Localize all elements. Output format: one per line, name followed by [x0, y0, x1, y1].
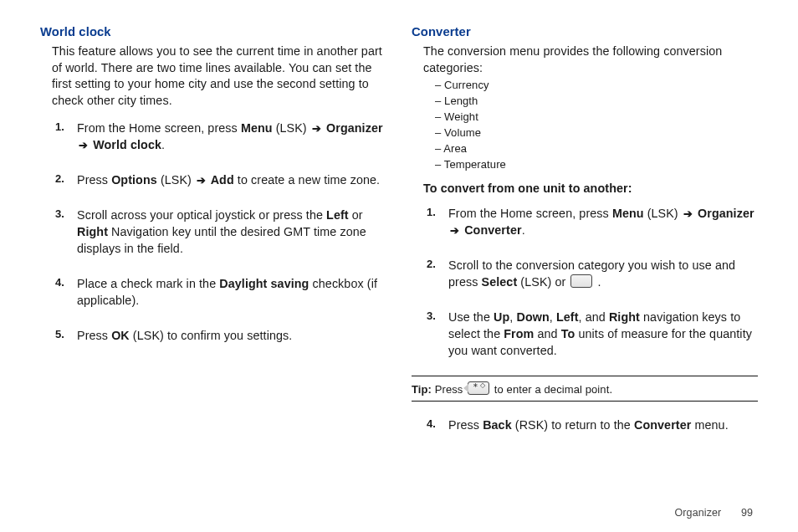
arrow-icon: ➔	[310, 123, 323, 134]
text: Press	[77, 173, 111, 187]
text: , and	[579, 310, 609, 324]
category-label: Temperature	[444, 158, 506, 171]
category-label: Length	[444, 95, 478, 107]
converter-steps: From the Home screen, press Menu (LSK) ➔…	[412, 203, 758, 364]
text: From the Home screen, press	[448, 207, 612, 220]
list-item: – Currency	[435, 78, 758, 94]
right-key-label: Right	[609, 310, 640, 324]
list-item: – Area	[435, 141, 758, 157]
text: Use the	[448, 310, 494, 324]
tip-box: Tip: Press to enter a decimal point.	[412, 376, 758, 402]
page-footer: Organizer 99	[675, 507, 753, 519]
text: (LSK)	[273, 121, 310, 135]
from-label: From	[504, 327, 534, 340]
text: Scroll across your optical joystick or p…	[77, 208, 326, 222]
center-key-icon	[570, 274, 592, 288]
left-key-label: Left	[326, 208, 349, 222]
footer-section: Organizer	[675, 507, 722, 519]
text: to enter a decimal point.	[491, 383, 612, 396]
text: Press	[448, 418, 483, 432]
converter-label: Converter	[634, 418, 691, 432]
text: Place a check mark in the	[77, 277, 219, 290]
step-4: Place a check mark in the Daylight savin…	[77, 274, 386, 314]
select-label: Select	[482, 275, 518, 289]
daylight-saving-label: Daylight saving	[219, 277, 309, 290]
text: (LSK) to confirm you settings.	[130, 329, 293, 342]
conversion-categories: – Currency – Length – Weight – Volume – …	[412, 78, 758, 172]
world-clock-intro: This feature allows you to see the curre…	[40, 43, 386, 110]
up-key-label: Up	[494, 310, 509, 324]
column-left: World clock This feature allows you to s…	[40, 25, 386, 450]
list-item: – Temperature	[435, 157, 758, 173]
right-key-label: Right	[77, 225, 108, 238]
text: Navigation key until the desired GMT tim…	[77, 225, 366, 255]
step-3: Use the Up, Down, Left, and Right naviga…	[448, 307, 758, 364]
tip-label: Tip:	[412, 383, 432, 396]
to-label: To	[561, 327, 575, 340]
step-4: Press Back (RSK) to return to the Conver…	[448, 415, 758, 438]
down-key-label: Down	[516, 310, 549, 324]
text: (LSK) or	[517, 275, 569, 289]
category-label: Weight	[444, 110, 478, 123]
column-right: Converter The conversion menu provides t…	[412, 25, 758, 450]
left-key-label: Left	[556, 310, 579, 324]
step-1: From the Home screen, press Menu (LSK) ➔…	[448, 203, 758, 243]
menu-label: Menu	[612, 207, 644, 220]
text: Press	[77, 329, 111, 342]
category-label: Currency	[444, 79, 489, 91]
text: (LSK)	[644, 207, 682, 220]
star-key-icon	[468, 381, 489, 395]
step-5: Press OK (LSK) to confirm you settings.	[77, 325, 386, 349]
category-label: Area	[443, 142, 467, 155]
step-2: Press Options (LSK) ➔ Add to create a ne…	[77, 170, 386, 193]
step-3: Scroll across your optical joystick or p…	[77, 205, 386, 262]
list-item: – Volume	[435, 125, 758, 141]
organizer-label: Organizer	[323, 121, 383, 135]
text: (LSK)	[157, 173, 195, 187]
arrow-icon: ➔	[195, 175, 207, 186]
world-clock-label: World clock	[90, 138, 161, 151]
sub-heading-convert: To convert from one unit to another:	[412, 182, 758, 195]
text: .	[594, 275, 601, 289]
ok-label: OK	[111, 329, 130, 342]
heading-converter: Converter	[412, 25, 758, 38]
step-2: Scroll to the conversion category you wi…	[448, 255, 758, 295]
converter-intro: The conversion menu provides the followi…	[412, 43, 758, 76]
text: or	[349, 208, 363, 222]
add-label: Add	[207, 173, 234, 187]
page-number: 99	[741, 507, 753, 519]
menu-label: Menu	[241, 121, 273, 135]
text: ,	[550, 310, 556, 324]
heading-world-clock: World clock	[40, 25, 386, 38]
list-item: – Weight	[435, 110, 758, 125]
converter-label: Converter	[461, 223, 522, 237]
text: From the Home screen, press	[77, 121, 241, 135]
list-item: – Length	[435, 94, 758, 110]
world-clock-steps: From the Home screen, press Menu (LSK) ➔…	[40, 118, 386, 349]
text: menu.	[691, 418, 728, 432]
text: .	[522, 223, 525, 237]
converter-steps-cont: Press Back (RSK) to return to the Conver…	[412, 415, 758, 438]
options-label: Options	[111, 173, 157, 187]
arrow-icon: ➔	[448, 225, 461, 236]
text: (RSK) to return to the	[512, 418, 634, 432]
text: Press	[432, 383, 466, 396]
text: and	[534, 327, 560, 340]
back-label: Back	[483, 418, 512, 432]
category-label: Volume	[444, 126, 481, 139]
arrow-icon: ➔	[77, 140, 90, 151]
organizer-label: Organizer	[694, 207, 755, 220]
arrow-icon: ➔	[682, 208, 694, 219]
text: .	[161, 138, 165, 151]
step-1: From the Home screen, press Menu (LSK) ➔…	[77, 118, 386, 158]
text: to create a new time zone.	[234, 173, 380, 187]
